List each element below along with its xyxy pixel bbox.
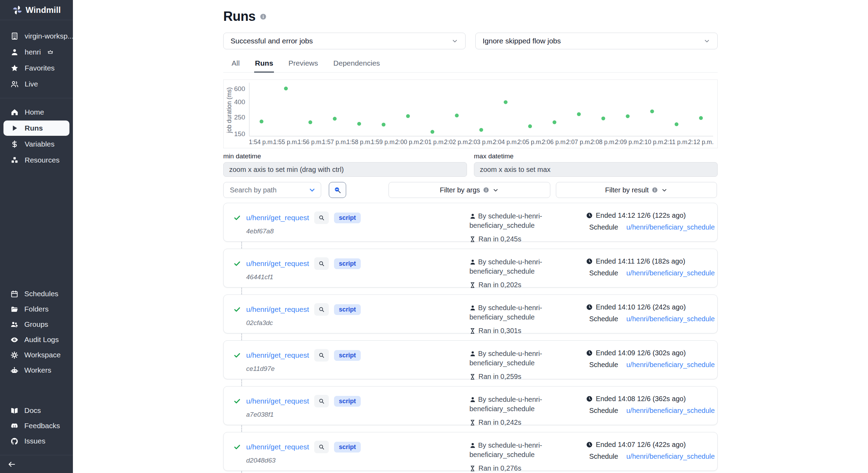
run-triggered-by: By schedule-u-henri-beneficiary_schedule [469, 349, 570, 368]
run-row[interactable]: u/henri/get_request script 46441cf1 By s… [223, 249, 718, 288]
sidebar-item-workspace[interactable]: virgin-worksp... [3, 28, 69, 44]
sidebar-item-user[interactable]: henri [3, 44, 69, 60]
sidebar-item-feedbacks[interactable]: Feedbacks [3, 418, 69, 433]
schedule-link[interactable]: u/henri/beneficiary_schedule [626, 315, 715, 323]
sidebar-item-label: Favorites [25, 64, 55, 72]
run-triggered-by: By schedule-u-henri-beneficiary_schedule [469, 211, 570, 230]
max-datetime-input[interactable] [474, 162, 718, 177]
schedule-link[interactable]: u/henri/beneficiary_schedule [626, 453, 715, 460]
user-icon [469, 350, 476, 357]
svg-text:2:02 p.m.: 2:02 p.m. [444, 139, 469, 146]
schedule-link[interactable]: u/henri/beneficiary_schedule [626, 361, 715, 369]
skipped-flow-select[interactable]: Ignore skipped flow jobs [475, 33, 718, 49]
schedule-link[interactable]: u/henri/beneficiary_schedule [626, 407, 715, 415]
job-kind-badge: script [334, 213, 361, 223]
workspace-name: virgin-worksp... [25, 32, 74, 40]
tab-runs[interactable]: Runs [254, 57, 274, 72]
sidebar-item-workspace-settings[interactable]: Workspace [3, 348, 69, 362]
app-logo[interactable]: Windmill [0, 0, 73, 20]
inspect-run-button[interactable] [314, 349, 329, 362]
hourglass-icon [469, 374, 476, 380]
inspect-run-button[interactable] [314, 303, 329, 316]
search-by-path-select[interactable]: Search by path [223, 182, 321, 198]
tab-dependencies[interactable]: Dependencies [333, 57, 381, 72]
filter-by-result-button[interactable]: Filter by result [556, 182, 717, 198]
sidebar-item-variables[interactable]: Variables [3, 136, 69, 152]
run-row[interactable]: u/henri/get_request script d2048d63 By s… [223, 432, 718, 471]
hourglass-icon [469, 465, 476, 472]
schedule-link[interactable]: u/henri/beneficiary_schedule [626, 223, 715, 231]
sidebar-item-docs[interactable]: Docs [3, 403, 69, 418]
info-icon[interactable] [260, 13, 267, 20]
run-path-link[interactable]: u/henri/get_request [246, 443, 309, 451]
svg-text:2:08 p.m.: 2:08 p.m. [591, 139, 616, 146]
github-icon [10, 437, 18, 445]
run-path-link[interactable]: u/henri/get_request [246, 259, 309, 268]
job-kind-badge: script [334, 350, 361, 361]
run-path-link[interactable]: u/henri/get_request [246, 214, 309, 222]
job-duration-chart[interactable]: job duration (ms)6004002501501:54 p.m.1:… [223, 80, 718, 148]
run-path-link[interactable]: u/henri/get_request [246, 305, 309, 314]
inspect-run-button[interactable] [314, 395, 329, 407]
run-ended-at: Ended 14:12 12/6 (122s ago) [586, 211, 708, 219]
sidebar-item-home[interactable]: Home [3, 105, 69, 120]
boxes-icon [10, 156, 19, 164]
svg-text:2:04 p.m.: 2:04 p.m. [493, 139, 518, 146]
sidebar-item-runs[interactable]: Runs [3, 121, 69, 136]
user-icon [469, 213, 476, 219]
tab-all[interactable]: All [231, 57, 240, 72]
run-row[interactable]: u/henri/get_request script a7e038f1 By s… [223, 386, 718, 425]
sidebar-item-groups[interactable]: Groups [3, 317, 69, 332]
run-triggered-by: By schedule-u-henri-beneficiary_schedule [469, 257, 570, 276]
sidebar-item-schedules[interactable]: Schedules [3, 287, 69, 301]
run-duration: Ran in 0,242s [469, 418, 586, 426]
job-kind-badge: script [334, 258, 361, 269]
sidebar-item-folders[interactable]: Folders [3, 302, 69, 316]
success-check-icon [233, 397, 241, 405]
sidebar-collapse-button[interactable] [0, 455, 73, 473]
sidebar-nav-section: Home Runs Variables Resou [0, 98, 73, 172]
run-path-link[interactable]: u/henri/get_request [246, 351, 309, 359]
run-id: a7e038f1 [246, 411, 469, 418]
user-icon [469, 396, 476, 403]
clock-icon [586, 350, 593, 356]
sidebar-item-label: Feedbacks [24, 422, 60, 430]
inspect-run-button[interactable] [314, 257, 329, 270]
eye-icon [10, 336, 18, 344]
max-datetime-group: max datetime [474, 152, 718, 177]
svg-text:2:06 p.m.: 2:06 p.m. [542, 139, 567, 146]
sidebar-item-live[interactable]: Live [3, 76, 69, 92]
inspect-run-button[interactable] [314, 211, 329, 224]
run-duration: Ran in 0,202s [469, 281, 586, 289]
sidebar-item-favorites[interactable]: Favorites [3, 60, 69, 76]
sidebar-item-resources[interactable]: Resources [3, 152, 69, 168]
sidebar-item-audit-logs[interactable]: Audit Logs [3, 332, 69, 347]
success-check-icon [233, 306, 241, 313]
svg-text:1:58 p.m.: 1:58 p.m. [347, 139, 372, 146]
run-ended-at: Ended 14:11 12/6 (182s ago) [586, 257, 708, 265]
arrow-left-icon [8, 460, 16, 468]
job-kind-select[interactable]: Successful and error jobs [223, 33, 466, 49]
run-row[interactable]: u/henri/get_request script 02cfa3dc By s… [223, 294, 718, 333]
main-content: Runs Successful and error jobs Ignore sk… [73, 0, 868, 473]
filter-by-args-button[interactable]: Filter by args [389, 182, 550, 198]
search-button[interactable] [329, 182, 346, 198]
min-datetime-input[interactable] [223, 162, 467, 177]
hourglass-icon [469, 282, 476, 288]
user-icon [469, 442, 476, 449]
filter-by-result-label: Filter by result [605, 186, 649, 194]
schedule-link[interactable]: u/henri/beneficiary_schedule [626, 269, 715, 277]
sidebar-item-workers[interactable]: Workers [3, 363, 69, 377]
sidebar-item-issues[interactable]: Issues [3, 434, 69, 448]
run-row[interactable]: u/henri/get_request script ce11d97e By s… [223, 340, 718, 379]
svg-text:1:55 p.m.: 1:55 p.m. [273, 139, 299, 146]
inspect-run-button[interactable] [314, 441, 329, 453]
clock-icon [586, 258, 593, 265]
svg-text:1:56 p.m.: 1:56 p.m. [298, 139, 323, 146]
tab-previews[interactable]: Previews [288, 57, 319, 72]
clock-icon [586, 441, 593, 448]
run-row[interactable]: u/henri/get_request script 4ebf67a8 By s… [223, 203, 718, 242]
run-id: d2048d63 [246, 457, 469, 464]
svg-text:2:05 p.m.: 2:05 p.m. [517, 139, 543, 146]
run-path-link[interactable]: u/henri/get_request [246, 397, 309, 405]
